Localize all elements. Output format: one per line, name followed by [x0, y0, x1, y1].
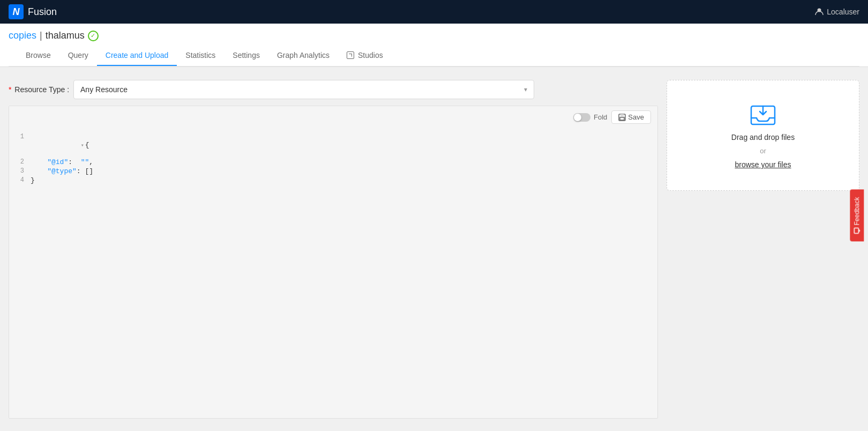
fold-indicator: ▾	[81, 143, 84, 148]
browse-files-link[interactable]: browse your files	[735, 160, 791, 169]
right-panel: Drag and drop files or browse your files	[667, 80, 859, 419]
project-title-row: copies | thalamus ✓	[9, 30, 859, 46]
code-editor-toolbar: Fold Save	[9, 106, 657, 128]
svg-rect-3	[620, 117, 624, 120]
top-bar-right: Localuser	[815, 8, 859, 16]
tab-browse[interactable]: Browse	[17, 46, 59, 66]
resource-type-label: * Resource Type :	[9, 85, 69, 94]
drag-drop-text: Drag and drop files	[731, 133, 795, 142]
line-number-1: 1	[9, 133, 31, 140]
tab-query[interactable]: Query	[59, 46, 97, 66]
code-area[interactable]: 1 ▾{ 2 "@id": "", 3 "@type": []	[9, 128, 657, 375]
fold-toggle[interactable]: Fold	[573, 113, 607, 122]
resource-type-row: * Resource Type : Any Resource ▾	[9, 80, 658, 99]
svg-rect-2	[620, 114, 624, 117]
line-number-3: 3	[9, 167, 31, 175]
save-icon	[618, 114, 626, 121]
top-bar-left: N Fusion	[9, 4, 57, 19]
fold-label: Fold	[594, 113, 607, 121]
save-button[interactable]: Save	[611, 110, 651, 124]
code-line-2: 2 "@id": "",	[9, 158, 657, 167]
project-header: copies | thalamus ✓ Browse Query Create …	[0, 24, 868, 67]
line-number-4: 4	[9, 176, 31, 184]
code-line-1: 1 ▾{	[9, 132, 657, 158]
code-line-4: 4 }	[9, 176, 657, 185]
left-panel: * Resource Type : Any Resource ▾ Fold	[9, 80, 658, 419]
main-content: * Resource Type : Any Resource ▾ Fold	[0, 67, 868, 431]
user-label: Localuser	[827, 8, 859, 16]
feedback-button[interactable]: Feedback	[850, 190, 864, 242]
tab-create-upload[interactable]: Create and Upload	[97, 46, 177, 66]
line-number-2: 2	[9, 158, 31, 166]
or-text: or	[760, 147, 766, 155]
required-star: *	[9, 85, 11, 94]
project-copies-link[interactable]: copies	[9, 30, 36, 41]
tab-studios[interactable]: Studios	[338, 46, 392, 66]
code-editor-container: Fold Save 1 ▾{	[9, 106, 658, 419]
feedback-icon	[854, 227, 860, 234]
user-icon	[815, 8, 824, 16]
upload-inbox-icon	[749, 102, 777, 128]
code-line-3: 3 "@type": []	[9, 167, 657, 176]
resource-type-select[interactable]: Any Resource ▾	[73, 80, 534, 99]
chevron-down-icon: ▾	[524, 86, 527, 93]
svg-rect-5	[855, 228, 859, 233]
nexus-logo: N	[9, 4, 24, 19]
top-bar: N Fusion Localuser	[0, 0, 868, 24]
check-icon: ✓	[88, 31, 99, 41]
project-separator: |	[40, 30, 42, 41]
studios-icon	[347, 51, 354, 59]
fold-toggle-switch[interactable]	[573, 113, 590, 122]
feedback-label: Feedback	[854, 197, 861, 226]
toggle-thumb	[574, 114, 581, 121]
tab-graph-analytics[interactable]: Graph Analytics	[268, 46, 338, 66]
project-name: thalamus	[46, 30, 85, 41]
tab-statistics[interactable]: Statistics	[177, 46, 224, 66]
drop-zone[interactable]: Drag and drop files or browse your files	[667, 80, 859, 191]
resource-type-value: Any Resource	[80, 85, 128, 94]
app-title: Fusion	[28, 6, 57, 18]
tab-nav: Browse Query Create and Upload Statistic…	[9, 46, 859, 66]
tab-settings[interactable]: Settings	[224, 46, 268, 66]
